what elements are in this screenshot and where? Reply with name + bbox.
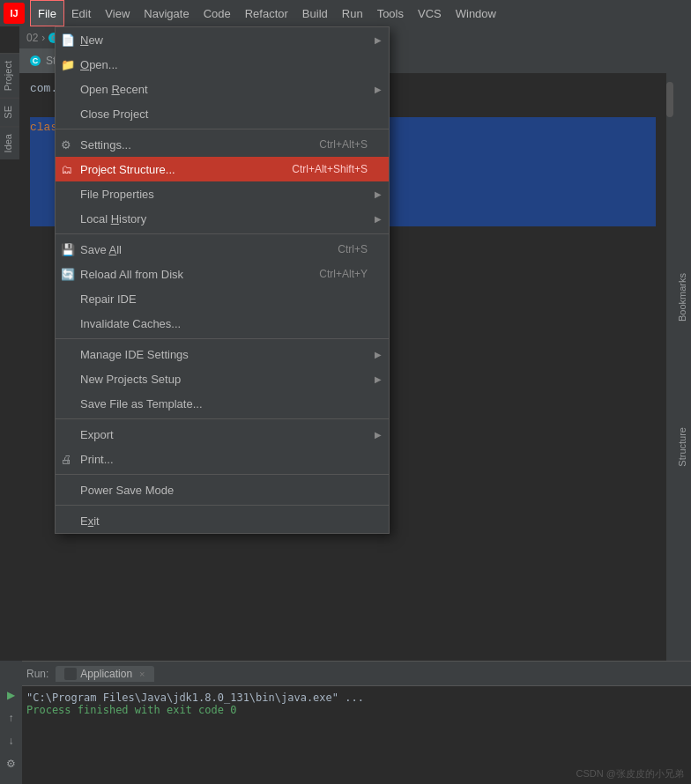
menu-tools[interactable]: Tools <box>370 0 411 26</box>
separator-4 <box>56 418 389 419</box>
menu-item-print[interactable]: 🖨 Print... <box>56 447 389 471</box>
menu-item-invalidate-caches[interactable]: Invalidate Caches... <box>56 311 389 336</box>
save-icon: 💾 <box>61 243 75 256</box>
menu-item-open[interactable]: 📁 Open... <box>56 52 389 77</box>
menu-build[interactable]: Build <box>295 0 335 26</box>
menu-navigate[interactable]: Navigate <box>137 0 196 26</box>
run-tab-application[interactable]: Application × <box>56 666 153 682</box>
project-structure-icon: 🗂 <box>61 163 72 176</box>
menu-item-settings[interactable]: ⚙ Settings... Ctrl+Alt+S <box>56 132 389 157</box>
run-line-1: "C:\Program Files\Java\jdk1.8.0_131\bin\… <box>26 692 684 704</box>
logo-text: IJ <box>10 8 18 18</box>
reload-icon: 🔄 <box>61 268 75 281</box>
run-up-button[interactable]: ↑ <box>4 710 19 726</box>
sidebar-structure[interactable]: Structure <box>677 427 687 467</box>
menu-item-save-file-template[interactable]: Save File as Template... <box>56 391 389 416</box>
menu-code[interactable]: Code <box>197 0 238 26</box>
run-output: "C:\Program Files\Java\jdk1.8.0_131\bin\… <box>0 686 691 721</box>
sidebar-bookmarks[interactable]: Bookmarks <box>677 273 687 322</box>
menu-item-new-projects-setup[interactable]: New Projects Setup <box>56 366 389 391</box>
editor-scrollbar[interactable] <box>666 73 673 661</box>
run-line-2: Process finished with exit code 0 <box>26 704 684 716</box>
menu-edit[interactable]: Edit <box>64 0 98 26</box>
sidebar-item-se[interactable]: SE <box>0 98 19 126</box>
run-label: Run: <box>26 668 48 680</box>
menu-bar: IJ File Edit View Navigate Code Refactor… <box>0 0 691 26</box>
open-icon: 📁 <box>61 58 75 71</box>
menu-item-manage-ide-settings[interactable]: Manage IDE Settings <box>56 342 389 366</box>
menu-item-new[interactable]: 📄 New <box>56 27 389 52</box>
app-logo: IJ <box>4 3 25 24</box>
settings-icon: ⚙ <box>61 138 71 152</box>
menu-run[interactable]: Run <box>335 0 370 26</box>
menu-item-save-all[interactable]: 💾 Save All Ctrl+S <box>56 237 389 262</box>
right-sidebar: Bookmarks Structure <box>673 26 691 661</box>
run-play-button[interactable]: ▶ <box>4 687 19 703</box>
menu-item-exit[interactable]: Exit <box>56 508 389 533</box>
sidebar-item-project[interactable]: Project <box>0 53 19 98</box>
separator-6 <box>56 505 389 506</box>
left-sidebar-tabs: Project SE Idea <box>0 53 19 159</box>
file-menu-dropdown: 📄 New 📁 Open... Open Recent Close Projec… <box>55 26 390 534</box>
menu-view[interactable]: View <box>98 0 137 26</box>
run-tab-icon <box>64 668 77 680</box>
print-icon: 🖨 <box>61 453 72 466</box>
separator-5 <box>56 474 389 475</box>
separator-2 <box>56 233 389 234</box>
run-tab-label: Application <box>80 668 132 680</box>
tab-icon-student: C <box>30 55 41 66</box>
menu-item-export[interactable]: Export <box>56 422 389 447</box>
run-tab-close[interactable]: × <box>139 669 145 679</box>
run-settings-button[interactable]: ⚙ <box>4 756 19 772</box>
new-icon: 📄 <box>61 33 75 47</box>
editor-area: Project SE Idea 02 › C Person › m Person… <box>0 26 691 784</box>
menu-file[interactable]: File <box>30 0 64 26</box>
run-down-button[interactable]: ↓ <box>4 733 19 749</box>
menu-item-local-history[interactable]: Local History <box>56 206 389 231</box>
menu-item-repair-ide[interactable]: Repair IDE <box>56 286 389 311</box>
menu-item-file-properties[interactable]: File Properties <box>56 181 389 206</box>
separator-3 <box>56 338 389 339</box>
run-controls: ▶ ↑ ↓ ⚙ <box>0 661 22 784</box>
run-tab-bar: Run: Application × <box>0 662 691 686</box>
menu-item-reload-all[interactable]: 🔄 Reload All from Disk Ctrl+Alt+Y <box>56 262 389 286</box>
menu-item-power-save[interactable]: Power Save Mode <box>56 477 389 502</box>
breadcrumb-path: 02 <box>26 32 38 44</box>
run-panel: ▶ ↑ ↓ ⚙ Run: Application × "C:\Program F… <box>0 661 691 784</box>
menu-item-project-structure[interactable]: 🗂 Project Structure... Ctrl+Alt+Shift+S <box>56 157 389 181</box>
scrollbar-thumb[interactable] <box>666 82 673 117</box>
watermark: CSDN @张皮皮的小兄弟 <box>576 767 684 780</box>
menu-refactor[interactable]: Refactor <box>238 0 295 26</box>
menu-item-close-project[interactable]: Close Project <box>56 101 389 126</box>
menu-window[interactable]: Window <box>449 0 503 26</box>
separator-1 <box>56 129 389 129</box>
menu-item-open-recent[interactable]: Open Recent <box>56 77 389 101</box>
menu-vcs[interactable]: VCS <box>411 0 449 26</box>
sidebar-item-idea[interactable]: Idea <box>0 126 19 159</box>
